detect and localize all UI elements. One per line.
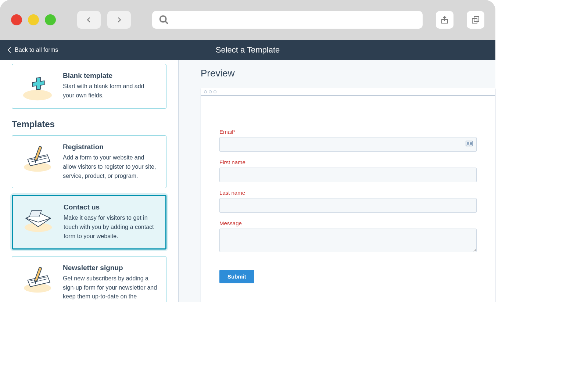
window-dot-icon <box>214 90 216 93</box>
preview-window-titlebar <box>201 88 495 96</box>
template-card-body: Blank template Start with a blank form a… <box>63 72 157 101</box>
template-title: Contact us <box>64 203 157 211</box>
template-card-newsletter[interactable]: Newsletter signup Get new subscribers by… <box>12 256 166 302</box>
message-label: Message <box>219 220 477 226</box>
browser-frame: Back to all forms Select a Template Blan… <box>0 0 495 302</box>
close-window-icon[interactable] <box>11 14 22 25</box>
template-card-body: Contact us Make it easy for visitors to … <box>64 203 157 241</box>
template-card-body: Registration Add a form to your website … <box>63 143 157 180</box>
pencil-paper-icon <box>21 264 54 293</box>
back-to-forms-link[interactable]: Back to all forms <box>7 47 58 53</box>
svg-point-5 <box>23 90 52 100</box>
email-label: Email* <box>219 129 477 135</box>
template-card-blank[interactable]: Blank template Start with a blank form a… <box>12 64 166 109</box>
template-desc: Make it easy for visitors to get in touc… <box>64 214 157 241</box>
form-field-last-name: Last name <box>219 190 477 213</box>
templates-section-title: Templates <box>12 119 166 129</box>
browser-back-button[interactable] <box>77 11 101 29</box>
template-desc: Start with a blank form and add your own… <box>63 82 157 100</box>
form-field-email: Email* <box>219 129 477 152</box>
message-textarea[interactable] <box>219 229 477 252</box>
preview-window: Email* First name <box>201 88 495 302</box>
form-field-message: Message <box>219 220 477 254</box>
template-title: Blank template <box>63 72 157 80</box>
template-card-body: Newsletter signup Get new subscribers by… <box>63 264 157 301</box>
svg-line-1 <box>165 21 168 24</box>
window-dot-icon <box>209 90 212 93</box>
template-card-contact-us[interactable]: Contact us Make it easy for visitors to … <box>12 195 166 249</box>
back-link-label: Back to all forms <box>15 47 58 53</box>
url-bar[interactable] <box>152 11 423 29</box>
svg-rect-14 <box>29 211 42 217</box>
last-name-label: Last name <box>219 190 477 196</box>
svg-point-22 <box>467 143 469 144</box>
preview-pane: Preview Email* <box>179 60 495 302</box>
template-desc: Get new subscribers by adding a sign-up … <box>63 274 157 301</box>
preview-form: Email* First name <box>201 96 495 298</box>
envelope-icon <box>22 203 55 233</box>
email-input[interactable] <box>219 137 477 152</box>
template-desc: Add a form to your website and allow vis… <box>63 153 157 180</box>
contact-card-icon <box>466 141 473 148</box>
first-name-label: First name <box>219 159 477 165</box>
svg-rect-3 <box>474 17 479 21</box>
last-name-input[interactable] <box>219 198 477 213</box>
search-icon <box>159 15 169 25</box>
traffic-lights <box>11 14 56 25</box>
app-content: Back to all forms Select a Template Blan… <box>0 40 495 302</box>
template-sidebar: Blank template Start with a blank form a… <box>0 60 179 302</box>
pencil-paper-icon <box>21 143 54 172</box>
plus-icon <box>21 72 54 101</box>
svg-rect-4 <box>472 18 477 23</box>
share-button[interactable] <box>436 11 453 29</box>
browser-toolbar <box>0 0 495 40</box>
first-name-input[interactable] <box>219 168 477 182</box>
form-field-first-name: First name <box>219 159 477 182</box>
content-area: Blank template Start with a blank form a… <box>0 60 495 302</box>
template-title: Newsletter signup <box>63 264 157 272</box>
copy-icon <box>471 15 480 24</box>
svg-point-0 <box>160 16 166 22</box>
tabs-button[interactable] <box>467 11 484 29</box>
minimize-window-icon[interactable] <box>28 14 39 25</box>
template-card-registration[interactable]: Registration Add a form to your website … <box>12 135 166 188</box>
template-title: Registration <box>63 143 157 151</box>
page-title: Select a Template <box>216 45 280 55</box>
browser-forward-button[interactable] <box>107 11 131 29</box>
chevron-left-icon <box>7 47 12 53</box>
submit-button[interactable]: Submit <box>219 270 254 283</box>
share-icon <box>440 15 449 24</box>
app-header: Back to all forms Select a Template <box>0 40 495 60</box>
maximize-window-icon[interactable] <box>45 14 56 25</box>
window-dot-icon <box>204 90 207 93</box>
preview-title: Preview <box>201 68 495 79</box>
